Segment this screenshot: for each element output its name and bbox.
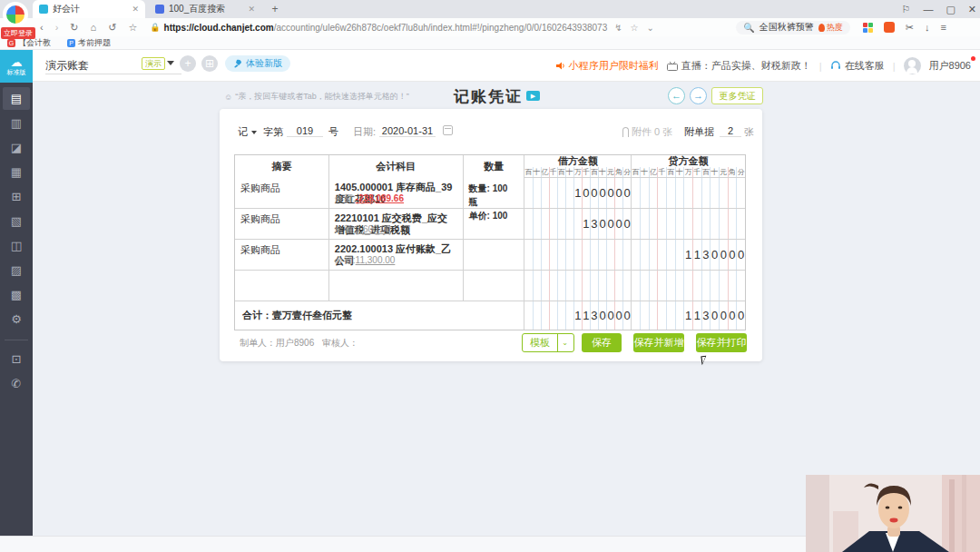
menu-icon[interactable]: ≡ xyxy=(941,22,946,33)
account-cell[interactable]: 1405.000001 库存商品_39度红花郎10余额:-238,089.66 xyxy=(329,178,464,208)
digit-cell[interactable] xyxy=(558,301,566,330)
digit-cell[interactable]: 亿 xyxy=(542,167,550,177)
next-voucher-button[interactable]: → xyxy=(690,87,707,104)
video-help-icon[interactable]: ▶ xyxy=(526,91,540,101)
digit-cell[interactable] xyxy=(710,271,720,301)
quantity-cell[interactable] xyxy=(464,271,525,301)
digit-cell[interactable]: 1 xyxy=(574,301,583,330)
digit-cell[interactable] xyxy=(667,209,676,239)
digit-cell[interactable]: 0 xyxy=(623,209,631,239)
digit-cell[interactable]: 百 xyxy=(524,167,533,177)
digit-cell[interactable] xyxy=(534,271,542,301)
sidebar-item-reports-icon[interactable]: ◪ xyxy=(3,136,30,159)
digit-cell[interactable]: 角 xyxy=(729,167,738,177)
digit-cell[interactable] xyxy=(667,240,676,270)
digit-cell[interactable] xyxy=(607,271,615,301)
summary-cell[interactable] xyxy=(235,271,329,301)
digit-cell[interactable] xyxy=(550,178,558,208)
digit-cell[interactable]: 0 xyxy=(599,209,607,239)
sidebar-item-salary-icon[interactable]: ▨ xyxy=(3,259,30,281)
screenshot-scissors-icon[interactable]: ✂ xyxy=(906,22,914,34)
app-logo[interactable]: ☁ 标准版 xyxy=(0,50,33,83)
digit-cell[interactable] xyxy=(650,301,659,330)
new-tab-button[interactable]: + xyxy=(269,3,281,15)
previous-voucher-button[interactable]: ← xyxy=(668,87,685,104)
chevron-down-icon[interactable] xyxy=(167,61,174,65)
digit-cell[interactable]: 0 xyxy=(720,301,729,330)
flag-icon[interactable]: ⚐ xyxy=(902,4,911,15)
voucher-type-select[interactable]: 记 xyxy=(238,125,257,139)
digit-cell[interactable] xyxy=(693,178,702,208)
calendar-icon[interactable] xyxy=(439,125,453,135)
account-cell[interactable] xyxy=(329,271,464,301)
digit-cell[interactable] xyxy=(650,209,659,239)
forward-icon[interactable]: › xyxy=(55,22,59,34)
digit-cell[interactable] xyxy=(702,178,711,208)
digit-cell[interactable] xyxy=(632,178,641,208)
digit-cell[interactable] xyxy=(599,271,607,301)
digit-cell[interactable] xyxy=(615,271,623,301)
digit-cell[interactable] xyxy=(729,271,738,301)
hot-badge[interactable]: 热度 xyxy=(818,22,843,34)
digit-cell[interactable] xyxy=(667,178,676,208)
download-icon[interactable]: ↓ xyxy=(925,22,930,33)
digit-cell[interactable] xyxy=(710,209,720,239)
digit-cell[interactable] xyxy=(737,178,745,208)
account-grid-button[interactable]: ⊞ xyxy=(201,55,218,72)
digit-cell[interactable] xyxy=(542,209,550,239)
digit-cell[interactable] xyxy=(591,240,599,270)
digit-cell[interactable] xyxy=(550,271,558,301)
digit-cell[interactable]: 千 xyxy=(693,167,702,177)
history-icon[interactable]: ↺ xyxy=(108,22,116,34)
digit-cell[interactable] xyxy=(632,209,641,239)
digit-cell[interactable]: 0 xyxy=(615,178,623,208)
digit-cell[interactable] xyxy=(566,240,574,270)
attachment-info[interactable]: 附件 0 张 xyxy=(622,125,672,139)
digit-cell[interactable] xyxy=(542,240,550,270)
digit-cell[interactable]: 0 xyxy=(729,240,738,270)
digit-cell[interactable] xyxy=(550,209,558,239)
browser-search-box[interactable]: 🔍 全国秋裤预警 热度 xyxy=(736,21,849,34)
digit-cell[interactable] xyxy=(702,209,711,239)
promo-announcement[interactable]: 小程序用户限时福利 xyxy=(555,59,659,73)
credit-amount-cell[interactable] xyxy=(632,178,745,208)
quantity-cell[interactable]: 数量: 100 瓶单价: 100 xyxy=(464,178,525,208)
flash-icon[interactable]: ↯ xyxy=(614,23,622,33)
digit-cell[interactable] xyxy=(667,301,676,330)
digit-cell[interactable] xyxy=(566,178,574,208)
user-avatar[interactable] xyxy=(904,57,921,74)
digit-cell[interactable] xyxy=(641,178,650,208)
digit-cell[interactable] xyxy=(534,240,542,270)
apps-grid-icon[interactable] xyxy=(863,23,873,33)
save-button[interactable]: 保存 xyxy=(582,333,622,352)
digit-cell[interactable]: 1 xyxy=(574,178,583,208)
digit-cell[interactable]: 0 xyxy=(599,301,607,330)
digit-cell[interactable] xyxy=(550,240,558,270)
digit-cell[interactable]: 0 xyxy=(710,301,720,330)
digit-cell[interactable] xyxy=(693,271,702,301)
digit-cell[interactable]: 0 xyxy=(607,209,615,239)
sidebar-item-accounts-icon[interactable]: ▥ xyxy=(3,112,30,134)
digit-cell[interactable]: 0 xyxy=(737,240,745,270)
digit-cell[interactable] xyxy=(524,240,533,270)
digit-cell[interactable]: 3 xyxy=(591,301,599,330)
digit-cell[interactable]: 分 xyxy=(623,167,631,177)
maximize-button[interactable]: ▢ xyxy=(946,4,955,15)
digit-cell[interactable] xyxy=(684,271,693,301)
digit-cell[interactable] xyxy=(676,301,685,330)
digit-cell[interactable]: 十 xyxy=(599,167,607,177)
quantity-cell[interactable] xyxy=(464,209,525,239)
digit-cell[interactable]: 0 xyxy=(737,301,745,330)
minimize-button[interactable]: — xyxy=(923,4,933,15)
digit-cell[interactable] xyxy=(720,178,729,208)
digit-cell[interactable] xyxy=(641,240,650,270)
digit-cell[interactable] xyxy=(591,271,599,301)
digit-cell[interactable] xyxy=(667,271,676,301)
sidebar-item-invoice-icon[interactable]: ▧ xyxy=(3,210,30,232)
digit-cell[interactable]: 0 xyxy=(623,178,631,208)
digit-cell[interactable] xyxy=(615,240,623,270)
sidebar-item-period-icon[interactable]: ⊞ xyxy=(3,185,30,208)
credit-amount-cell[interactable] xyxy=(632,271,745,301)
digit-cell[interactable] xyxy=(542,271,550,301)
digit-cell[interactable] xyxy=(737,209,745,239)
